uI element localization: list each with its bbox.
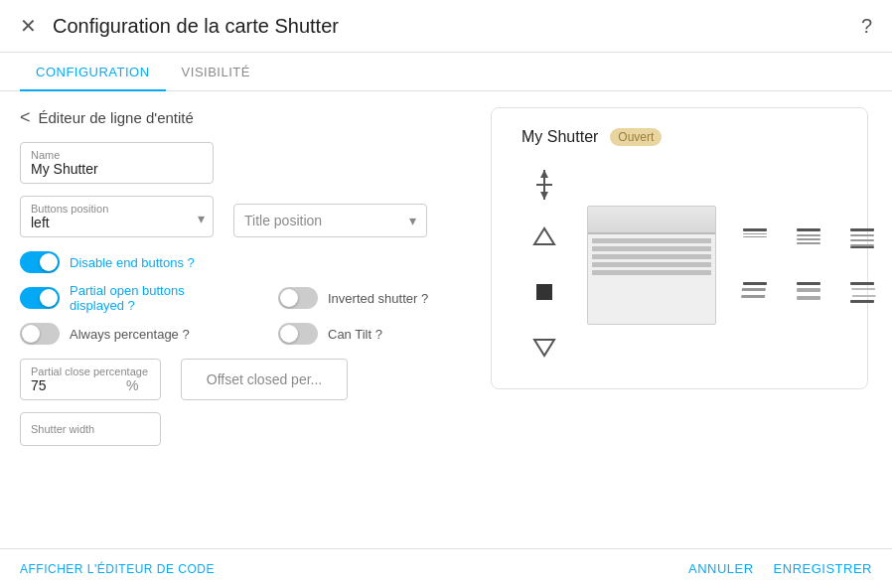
- partial-open-label: Partial open buttons displayed ?: [70, 283, 219, 313]
- svg-rect-27: [852, 295, 876, 297]
- toggle-row-percentage: Always percentage ? Can Tilt ?: [20, 323, 467, 345]
- can-tilt-label: Can Tilt ?: [328, 327, 382, 342]
- tab-configuration[interactable]: CONFIGURATION: [20, 53, 166, 91]
- dialog-title: Configuration de la carte Shutter: [53, 15, 339, 38]
- dropdowns-row: Buttons position left right center ▾ Tit…: [20, 196, 467, 237]
- title-position-arrow-icon: ▾: [409, 213, 416, 228]
- buttons-position-select[interactable]: left right center: [31, 215, 203, 230]
- svg-rect-23: [797, 288, 820, 292]
- svg-rect-8: [743, 233, 767, 234]
- tilt-3-icon-btn[interactable]: [839, 269, 885, 315]
- title-position-placeholder: Title position: [244, 213, 322, 228]
- svg-marker-2: [540, 192, 548, 200]
- help-icon[interactable]: ?: [861, 15, 872, 38]
- header-left: ✕ Configuration de la carte Shutter: [20, 14, 339, 38]
- entity-editor-title: Éditeur de ligne d'entité: [39, 109, 194, 126]
- bottom-actions: ANNULER ENREGISTRER: [688, 561, 872, 576]
- preview-card: My Shutter Ouvert: [491, 107, 868, 389]
- svg-rect-12: [797, 238, 820, 240]
- svg-rect-9: [743, 236, 767, 237]
- buttons-position-group: Buttons position left right center ▾: [20, 196, 214, 237]
- svg-rect-17: [850, 244, 874, 246]
- preview-status-badge: Ouvert: [610, 128, 662, 146]
- svg-rect-16: [850, 239, 874, 241]
- preview-header: My Shutter Ouvert: [512, 128, 847, 146]
- toggle-partial-open[interactable]: [20, 287, 60, 309]
- entity-editor-header: < Éditeur de ligne d'entité: [20, 107, 467, 128]
- right-panel: My Shutter Ouvert: [487, 107, 872, 514]
- toggle-item-partial-open: Partial open buttons displayed ?: [20, 283, 219, 313]
- toggle-can-tilt[interactable]: [278, 323, 318, 345]
- toggle-always-percentage[interactable]: [20, 323, 60, 345]
- toggle-inverted-shutter[interactable]: [278, 287, 318, 309]
- title-position-dropdown[interactable]: Title position ▾: [233, 204, 427, 237]
- cancel-button[interactable]: ANNULER: [688, 561, 754, 576]
- main-content: < Éditeur de ligne d'entité Name Buttons…: [0, 91, 892, 530]
- set-position-icon-btn[interactable]: [521, 162, 567, 208]
- left-panel: < Éditeur de ligne d'entité Name Buttons…: [20, 107, 467, 514]
- disable-end-buttons-label: Disable end buttons ?: [70, 255, 195, 270]
- svg-rect-19: [743, 282, 767, 285]
- svg-rect-11: [797, 234, 820, 236]
- move-down-icon-btn[interactable]: [521, 323, 567, 368]
- svg-rect-25: [850, 282, 874, 285]
- name-label: Name: [31, 149, 203, 161]
- partial-close-input-wrapper: %: [31, 377, 150, 393]
- svg-rect-20: [742, 288, 766, 291]
- percent-suffix: %: [126, 377, 138, 393]
- back-arrow-icon[interactable]: <: [20, 107, 31, 128]
- svg-rect-10: [797, 228, 820, 231]
- always-percentage-label: Always percentage ?: [70, 327, 190, 342]
- partial-close-input[interactable]: [31, 377, 126, 393]
- svg-rect-18: [850, 246, 874, 248]
- svg-rect-22: [797, 282, 820, 285]
- shutter-width-group: Shutter width: [20, 412, 161, 446]
- svg-marker-4: [534, 228, 554, 244]
- svg-rect-24: [797, 296, 820, 300]
- toggle-item-inverted: Inverted shutter ?: [278, 283, 477, 313]
- partial-open-icon-btn[interactable]: [786, 216, 831, 261]
- svg-rect-21: [741, 295, 765, 298]
- name-field-group: Name: [20, 142, 214, 184]
- svg-marker-6: [534, 340, 554, 356]
- svg-rect-26: [851, 288, 875, 290]
- dialog-header: ✕ Configuration de la carte Shutter ?: [0, 0, 892, 53]
- toggle-item-disable-end: Disable end buttons ?: [20, 251, 219, 273]
- svg-rect-5: [536, 284, 552, 300]
- toggle-section: Disable end buttons ? Partial open butto…: [20, 251, 467, 345]
- partial-close-label: Partial close percentage: [31, 366, 150, 377]
- code-editor-link[interactable]: AFFICHER L'ÉDITEUR DE CODE: [20, 562, 215, 576]
- save-button[interactable]: ENREGISTRER: [774, 561, 872, 576]
- close-icon[interactable]: ✕: [20, 14, 37, 38]
- svg-rect-28: [850, 300, 874, 303]
- svg-marker-1: [540, 170, 548, 178]
- inputs-row: Partial close percentage % Offset closed…: [20, 359, 467, 400]
- svg-rect-7: [743, 228, 767, 231]
- toggle-item-can-tilt: Can Tilt ?: [278, 323, 477, 345]
- tab-visibilite[interactable]: VISIBILITÉ: [166, 53, 266, 91]
- close-shutter-icon-btn[interactable]: [839, 216, 885, 261]
- svg-rect-14: [850, 228, 874, 231]
- tilt-1-icon-btn[interactable]: [732, 269, 778, 315]
- svg-rect-15: [850, 234, 874, 236]
- toggle-disable-end-buttons[interactable]: [20, 251, 60, 273]
- stop-icon-btn[interactable]: [521, 269, 567, 315]
- offset-closed-button[interactable]: Offset closed per...: [181, 359, 348, 400]
- buttons-position-label: Buttons position: [31, 203, 203, 215]
- shutter-width-label: Shutter width: [31, 423, 150, 435]
- svg-rect-13: [797, 242, 820, 244]
- toggle-row-partial: Partial open buttons displayed ? Inverte…: [20, 283, 467, 313]
- bottom-bar: AFFICHER L'ÉDITEUR DE CODE ANNULER ENREG…: [0, 548, 892, 588]
- partial-close-group: Partial close percentage %: [20, 359, 161, 400]
- tilt-2-icon-btn[interactable]: [786, 269, 831, 315]
- toggle-item-always-pct: Always percentage ?: [20, 323, 219, 345]
- toggle-row-disable: Disable end buttons ?: [20, 251, 467, 273]
- preview-shutter-name: My Shutter: [521, 128, 598, 146]
- name-input[interactable]: [31, 161, 203, 177]
- open-full-icon-btn[interactable]: [732, 216, 778, 261]
- inverted-shutter-label: Inverted shutter ?: [328, 291, 428, 306]
- move-up-icon-btn[interactable]: [521, 216, 567, 261]
- tabs-bar: CONFIGURATION VISIBILITÉ: [0, 53, 892, 91]
